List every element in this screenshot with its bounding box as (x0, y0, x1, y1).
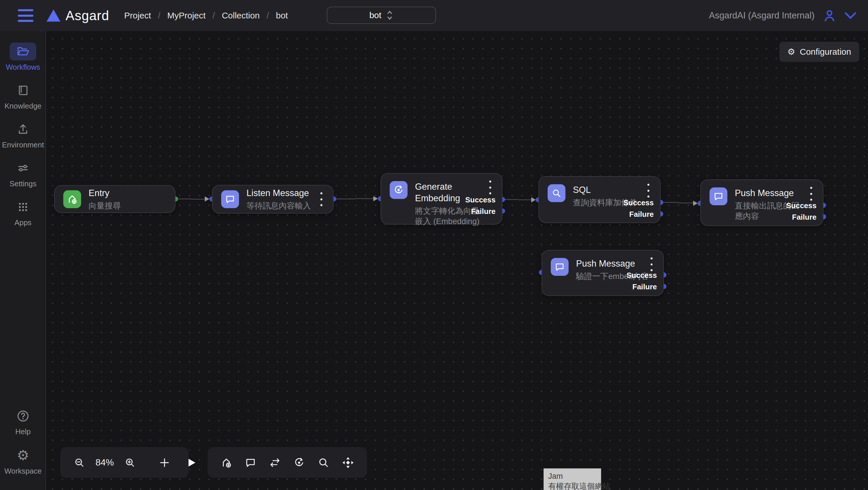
node-entry[interactable]: Entry 向量搜尋 (54, 185, 176, 213)
node-menu-button[interactable] (807, 187, 815, 201)
chat-bubble-icon (245, 457, 256, 469)
add-entry-node-button[interactable] (217, 457, 235, 469)
account-label: AsgardAI (Asgard Internal) (709, 10, 814, 21)
workflow-selector-value: bot (369, 10, 381, 20)
node-title: Push Message (576, 258, 651, 269)
sliders-icon (10, 159, 36, 177)
output-success-label: Success (623, 198, 654, 207)
app-logo[interactable]: Asgard (46, 8, 109, 23)
breadcrumb-collection[interactable]: Collection (222, 11, 260, 21)
sidebar-item-help[interactable]: Help (0, 407, 46, 436)
node-title: Listen Message (246, 188, 311, 199)
node-subtitle: 向量搜尋 (89, 201, 121, 211)
browser-permission-tooltip: Jam 有權存取這個網站 (544, 468, 601, 490)
node-menu-button[interactable] (644, 184, 653, 198)
output-failure-label: Failure (629, 210, 654, 219)
zoom-in-icon (124, 457, 136, 468)
breadcrumb-bot[interactable]: bot (276, 11, 288, 21)
sidebar-item-label: Settings (9, 179, 36, 188)
tooltip-permission-text: 有權存取這個網站 (548, 481, 596, 490)
node-push-message-validate[interactable]: Push Message 驗證一下embed內容 Success Failure (541, 250, 664, 296)
magnifier-icon (548, 184, 565, 202)
sidebar-item-label: Help (15, 427, 30, 436)
sidebar-item-knowledge[interactable]: Knowledge (0, 82, 46, 111)
search-tool-button[interactable] (315, 457, 333, 469)
chat-bubble-icon (710, 188, 727, 205)
node-menu-button[interactable] (486, 180, 494, 194)
run-button[interactable] (183, 457, 199, 468)
swap-arrows-icon (269, 457, 281, 469)
add-embedding-node-button[interactable] (290, 457, 308, 469)
output-success-label: Success (626, 271, 657, 280)
bulb-refresh-icon (293, 457, 305, 469)
zoom-out-icon (74, 457, 85, 468)
plus-icon (159, 457, 170, 468)
output-success-label: Success (465, 196, 496, 204)
sidebar-item-label: Workspace (4, 467, 42, 475)
breadcrumb-separator: / (158, 11, 160, 21)
chevron-down-icon[interactable] (844, 11, 857, 20)
move-icon (342, 456, 354, 469)
tooltip-extension-name: Jam (548, 471, 596, 481)
bulb-refresh-icon (390, 181, 407, 199)
node-push-message[interactable]: Push Message 直接輸出訊息的回應內容 Success Failure (700, 179, 824, 226)
add-switch-node-button[interactable] (266, 457, 284, 469)
zoom-in-button[interactable] (121, 457, 138, 468)
sidebar-item-apps[interactable]: Apps (0, 198, 46, 227)
gear-icon: ⚙ (10, 446, 36, 464)
node-sql[interactable]: SQL 查詢資料庫加條件 Success Failure (538, 176, 661, 223)
zoom-panel: 84% (60, 447, 188, 478)
node-menu-button[interactable] (317, 192, 326, 206)
node-palette-toolbar (208, 447, 367, 478)
sidebar-item-workflows[interactable]: Workflows (0, 42, 46, 72)
app-name: Asgard (66, 8, 109, 23)
node-subtitle: 等待訊息內容輸入 (246, 201, 311, 211)
house-plus-icon (63, 190, 81, 208)
help-circle-icon (10, 407, 36, 425)
node-generate-embedding[interactable]: Generate Embedding 將文字轉化為向量嵌入 (Embedding… (380, 173, 502, 225)
add-button[interactable] (156, 457, 173, 468)
configuration-button-label: Configuration (800, 47, 851, 57)
node-listen-message[interactable]: Listen Message 等待訊息內容輸入 (212, 185, 334, 213)
play-icon (186, 457, 197, 468)
account-menu[interactable]: AsgardAI (Asgard Internal) (709, 0, 857, 31)
workflow-edges (46, 31, 868, 490)
breadcrumb-separator: / (213, 11, 215, 21)
folder-open-icon (10, 42, 36, 60)
output-failure-label: Failure (471, 207, 496, 216)
add-message-node-button[interactable] (242, 457, 259, 469)
output-failure-label: Failure (632, 282, 657, 291)
sidebar-item-label: Workflows (6, 63, 40, 72)
configuration-button[interactable]: ⚙ Configuration (779, 42, 859, 62)
triangle-logo-icon (46, 9, 60, 22)
book-icon (10, 82, 36, 99)
node-menu-button[interactable] (647, 257, 656, 271)
magnifier-icon (317, 457, 330, 469)
sidebar-item-environment[interactable]: Environment (0, 120, 46, 149)
menu-icon[interactable] (18, 9, 33, 22)
house-plus-icon (220, 457, 232, 469)
sidebar-item-workspace[interactable]: ⚙ Workspace (0, 446, 46, 475)
chat-bubble-icon (551, 258, 568, 276)
upload-icon (10, 120, 36, 138)
grid-dots-icon (10, 198, 36, 216)
zoom-level: 84% (95, 457, 114, 468)
node-title: Entry (89, 188, 121, 199)
unfold-chevrons-icon (386, 10, 394, 20)
sidebar: Workflows Knowledge Environment (0, 31, 46, 490)
user-icon (822, 8, 837, 23)
sidebar-item-label: Environment (2, 141, 44, 149)
workflow-selector[interactable]: bot (327, 7, 436, 24)
sidebar-item-label: Apps (14, 218, 31, 227)
node-title: Push Message (735, 188, 807, 199)
output-failure-label: Failure (792, 213, 816, 222)
workflow-canvas[interactable]: ⚙ Configuration Entry 向量搜尋 Listen Messag… (46, 31, 868, 490)
gear-icon: ⚙ (787, 48, 795, 56)
breadcrumb-project[interactable]: Project (124, 11, 151, 21)
move-tool-button[interactable] (339, 456, 357, 469)
zoom-out-button[interactable] (71, 457, 88, 468)
sidebar-item-label: Knowledge (5, 102, 42, 111)
sidebar-item-settings[interactable]: Settings (0, 159, 46, 188)
breadcrumb-myproject[interactable]: MyProject (167, 11, 205, 21)
top-bar: Asgard Project / MyProject / Collection … (0, 0, 868, 31)
